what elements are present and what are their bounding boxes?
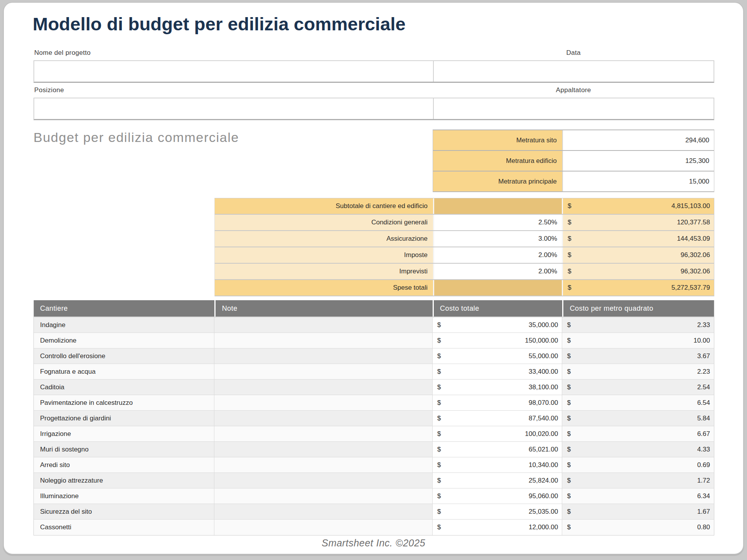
note-cell [214, 411, 432, 426]
note-cell [214, 333, 432, 348]
per-m2-amount: 6.54 [697, 399, 710, 407]
cost-table: Cantiere Note Costo totale Costo per met… [33, 300, 714, 536]
summary-amount-cell: $ 96,302.06 [563, 247, 714, 263]
summary-amount: 5,272,537.79 [672, 284, 710, 292]
note-cell [214, 348, 432, 364]
per-m2-amount: 6.67 [697, 430, 710, 438]
project-name-input[interactable] [34, 61, 433, 82]
costo-mq-cell: $4.33 [562, 442, 714, 457]
project-name-label: Nome del progetto [34, 49, 91, 57]
costo-totale-cell: $38,100.00 [433, 380, 563, 395]
cantiere-cell: Progettazione di giardini [34, 411, 214, 426]
currency-symbol: $ [437, 492, 441, 500]
header-costo-mq: Costo per metro quadrato [562, 300, 714, 317]
currency-symbol: $ [567, 352, 570, 360]
table-row: Noleggio attrezzature $25,824.00 $1.72 [34, 473, 714, 488]
metrics-row: Metratura sito 294,600 [433, 130, 714, 151]
form-row-2 [33, 98, 714, 120]
summary-percent: 2.00% [433, 264, 563, 279]
total-amount: 98,070.00 [529, 399, 558, 407]
currency-symbol: $ [437, 430, 441, 438]
total-amount: 55,000.00 [529, 352, 558, 360]
summary-amount-cell: $ 4,815,103.00 [563, 198, 714, 214]
location-field-cell [34, 98, 433, 119]
total-amount: 100,020.00 [525, 430, 558, 438]
header-note: Note [214, 300, 432, 317]
currency-symbol: $ [437, 461, 441, 469]
summary-table: Subtotale di cantiere ed edificio $ 4,81… [214, 198, 714, 296]
costo-totale-cell: $10,340.00 [433, 457, 563, 472]
date-label: Data [433, 49, 714, 57]
location-input[interactable] [34, 98, 433, 119]
currency-symbol: $ [568, 202, 571, 210]
costo-totale-cell: $12,000.00 [433, 520, 563, 535]
cost-table-header: Cantiere Note Costo totale Costo per met… [34, 300, 714, 317]
currency-symbol: $ [567, 415, 570, 422]
note-cell [214, 380, 432, 395]
table-row: Fognatura e acqua $33,400.00 $2.23 [34, 364, 714, 380]
costo-totale-cell: $150,000.00 [433, 333, 563, 348]
date-input[interactable] [434, 61, 714, 82]
costo-totale-cell: $55,000.00 [433, 348, 563, 364]
currency-symbol: $ [567, 477, 570, 485]
costo-totale-cell: $25,824.00 [433, 473, 563, 488]
metric-label: Metratura sito [433, 130, 563, 150]
note-cell [214, 488, 432, 504]
note-cell [214, 457, 432, 472]
costo-mq-cell: $2.33 [562, 317, 714, 332]
summary-row: Condizioni generali 2.50% $ 120,377.58 [215, 215, 714, 231]
location-label: Posizione [34, 86, 64, 94]
per-m2-amount: 2.33 [697, 321, 710, 329]
page: Modello di budget per edilizia commercia… [0, 0, 747, 560]
total-amount: 10,340.00 [529, 461, 558, 469]
costo-totale-cell: $25,035.00 [433, 504, 563, 519]
contractor-field-cell [433, 98, 714, 119]
contractor-input[interactable] [434, 98, 714, 119]
currency-symbol: $ [567, 446, 570, 453]
summary-label: Imprevisti [215, 264, 433, 279]
summary-amount-cell: $ 144,453.09 [563, 231, 714, 247]
per-m2-amount: 1.67 [697, 508, 710, 516]
per-m2-amount: 0.69 [697, 461, 710, 469]
costo-mq-cell: $1.72 [562, 473, 714, 488]
currency-symbol: $ [567, 321, 570, 329]
costo-mq-cell: $2.23 [562, 364, 714, 379]
cantiere-cell: Pavimentazione in calcestruzzo [34, 395, 214, 410]
currency-symbol: $ [437, 508, 441, 516]
currency-symbol: $ [568, 251, 571, 259]
costo-totale-cell: $98,070.00 [433, 395, 563, 410]
currency-symbol: $ [437, 477, 441, 485]
summary-percent: 2.00% [433, 247, 563, 263]
total-amount: 95,060.00 [529, 492, 558, 500]
metrics-table: Metratura sito 294,600 Metratura edifici… [433, 130, 714, 192]
table-row: Pavimentazione in calcestruzzo $98,070.0… [34, 395, 714, 411]
currency-symbol: $ [437, 399, 441, 407]
currency-symbol: $ [567, 461, 570, 469]
per-m2-amount: 10.00 [693, 337, 710, 345]
table-row: Indagine $35,000.00 $2.33 [34, 317, 714, 333]
summary-label: Subtotale di cantiere ed edificio [215, 198, 433, 214]
contractor-label: Appaltatore [433, 86, 714, 94]
total-amount: 38,100.00 [529, 383, 558, 391]
per-m2-amount: 2.23 [697, 368, 710, 376]
cantiere-cell: Demolizione [34, 333, 214, 348]
costo-totale-cell: $87,540.00 [433, 411, 563, 426]
table-row: Caditoia $38,100.00 $2.54 [34, 380, 714, 395]
cantiere-cell: Muri di sostegno [34, 442, 214, 457]
currency-symbol: $ [568, 284, 571, 292]
costo-mq-cell: $1.67 [562, 504, 714, 519]
summary-label: Spese totali [215, 280, 433, 296]
summary-label: Condizioni generali [215, 215, 433, 230]
per-m2-amount: 5.84 [697, 415, 710, 422]
costo-mq-cell: $3.67 [562, 348, 714, 364]
cantiere-cell: Indagine [34, 317, 214, 332]
summary-percent [433, 198, 563, 214]
cantiere-cell: Noleggio attrezzature [34, 473, 214, 488]
table-row: Arredi sito $10,340.00 $0.69 [34, 457, 714, 473]
summary-amount: 144,453.09 [677, 235, 710, 243]
per-m2-amount: 2.54 [697, 383, 710, 391]
currency-symbol: $ [437, 337, 441, 345]
costo-totale-cell: $33,400.00 [433, 364, 563, 379]
currency-symbol: $ [437, 446, 441, 453]
per-m2-amount: 4.33 [697, 446, 710, 453]
